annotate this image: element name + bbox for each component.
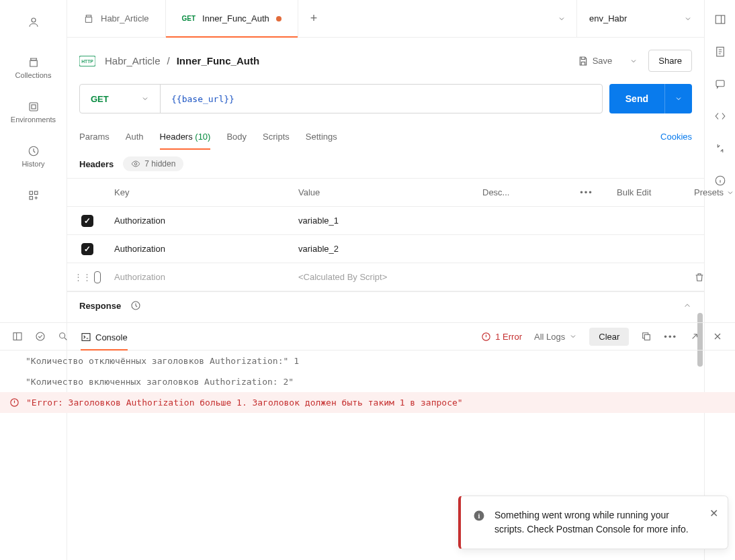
user-icon[interactable] [0, 12, 67, 32]
svg-rect-1 [30, 103, 38, 111]
save-dropdown[interactable] [624, 57, 643, 65]
search-icon[interactable] [58, 331, 69, 342]
send-button[interactable]: Send [609, 84, 665, 113]
svg-rect-18 [82, 334, 90, 341]
sidebar-item-more[interactable] [0, 185, 67, 205]
col-value: Value [292, 187, 476, 197]
header-value-cell[interactable]: <Calculated By Script> [292, 272, 476, 282]
error-toast: i Something went wrong while running you… [458, 496, 728, 549]
table-row: Authorization variable_2 [67, 235, 704, 263]
url-input[interactable]: {{base_url}} [161, 85, 602, 113]
col-key: Key [107, 187, 292, 197]
toast-text: Something went wrong while running your … [494, 508, 701, 536]
panel-icon[interactable] [714, 13, 726, 26]
header-enabled-checkbox[interactable] [81, 215, 93, 227]
tab-settings[interactable]: Settings [306, 123, 337, 150]
presets-label: Presets [694, 187, 724, 197]
code-icon[interactable] [714, 110, 726, 122]
presets-button[interactable]: Presets [687, 187, 735, 197]
error-count-label: 1 Error [495, 332, 522, 342]
col-more-button[interactable]: ••• [563, 187, 610, 197]
delete-row-button[interactable] [694, 272, 705, 283]
expand-icon[interactable] [689, 331, 700, 342]
method-dropdown[interactable]: GET [80, 85, 161, 113]
svg-rect-15 [13, 333, 21, 340]
tab-headers[interactable]: Headers (10) [160, 123, 211, 150]
header-enabled-checkbox[interactable] [81, 243, 93, 255]
log-filter-dropdown[interactable]: All Logs [534, 332, 577, 342]
url-box: GET {{base_url}} [79, 84, 603, 113]
send-button-group: Send [609, 84, 692, 113]
header-value-cell[interactable]: variable_1 [292, 216, 476, 226]
tab-label: Inner_Func_Auth [202, 13, 269, 24]
svg-rect-2 [32, 105, 36, 109]
tab-headers-label: Headers [160, 132, 193, 142]
table-draft-row: ⋮⋮ Authorization <Calculated By Script> [67, 263, 704, 291]
breadcrumb: Habr_Article / Inner_Func_Auth [105, 55, 562, 66]
svg-text:HTTP: HTTP [81, 59, 93, 64]
request-main: HTTP Habr_Article / Inner_Func_Auth Save… [67, 38, 704, 322]
tab-inner-func-auth[interactable]: GET Inner_Func_Auth [166, 0, 298, 38]
tab-params[interactable]: Params [79, 123, 110, 150]
cookies-link[interactable]: Cookies [660, 132, 692, 142]
header-key-cell[interactable]: Authorization [107, 216, 292, 226]
header-key-cell[interactable]: Authorization [107, 244, 292, 254]
close-console-button[interactable] [712, 331, 723, 342]
more-options-button[interactable]: ••• [664, 332, 677, 342]
error-badge[interactable]: 1 Error [481, 332, 522, 342]
breadcrumb-parent[interactable]: Habr_Article [105, 55, 161, 66]
console-icon [81, 332, 91, 342]
tab-body[interactable]: Body [226, 123, 247, 150]
header-value-cell[interactable]: variable_2 [292, 244, 476, 254]
save-button[interactable]: Save [571, 52, 619, 71]
unsaved-dot-icon [276, 16, 282, 21]
clear-button[interactable]: Clear [589, 328, 629, 346]
tabs-dropdown[interactable] [547, 15, 576, 23]
header-enabled-checkbox[interactable] [94, 271, 101, 283]
svg-rect-9 [716, 81, 724, 87]
sidebar-label-collections: Collections [15, 71, 52, 79]
svg-point-13 [135, 162, 138, 165]
tab-auth[interactable]: Auth [126, 123, 144, 150]
header-key-cell[interactable]: Authorization [107, 272, 292, 282]
info-icon[interactable] [714, 175, 726, 187]
tab-habr-article[interactable]: Habr_Article [67, 0, 166, 38]
comments-icon[interactable] [714, 78, 726, 90]
sidebar-label-environments: Environments [11, 115, 56, 124]
environment-selector[interactable]: env_Habr [576, 0, 704, 38]
sidebar-item-history[interactable]: History [0, 141, 67, 172]
headers-table: Key Value Desc... ••• Bulk Edit Presets … [67, 178, 704, 291]
share-button[interactable]: Share [648, 50, 692, 72]
response-history-icon[interactable] [130, 300, 141, 311]
new-tab-button[interactable]: + [298, 11, 330, 26]
panel-layout-icon[interactable] [12, 331, 23, 342]
all-logs-label: All Logs [534, 332, 565, 342]
svg-text:i: i [478, 512, 480, 520]
col-desc: Desc... [476, 187, 563, 197]
send-dropdown[interactable] [665, 84, 692, 113]
drag-handle-icon[interactable]: ⋮⋮ [74, 272, 91, 282]
svg-point-16 [36, 332, 44, 340]
breadcrumb-separator: / [167, 55, 170, 66]
tab-headers-count: (10) [195, 132, 210, 142]
docs-icon[interactable] [714, 46, 726, 58]
collapse-response-button[interactable] [683, 301, 692, 310]
copy-icon[interactable] [641, 331, 652, 342]
test-results-icon[interactable] [35, 331, 46, 342]
breadcrumb-current: Inner_Func_Auth [177, 55, 259, 66]
console-label: Console [95, 332, 128, 342]
sync-icon[interactable] [714, 142, 726, 154]
table-row: Authorization variable_1 [67, 207, 704, 235]
svg-rect-20 [645, 334, 650, 340]
svg-rect-7 [716, 15, 725, 24]
tab-scripts[interactable]: Scripts [263, 123, 290, 150]
bulk-edit-button[interactable]: Bulk Edit [610, 187, 687, 197]
console-log-line: "Количество отключённых заголовков Autho… [0, 351, 735, 371]
hidden-headers-toggle[interactable]: 7 hidden [123, 156, 183, 171]
method-label: GET [91, 94, 109, 104]
sidebar-item-collections[interactable]: Collections [0, 52, 67, 83]
console-bar: Console 1 Error All Logs Clear ••• [0, 322, 735, 351]
close-toast-button[interactable]: ✕ [709, 506, 718, 522]
console-tab[interactable]: Console [81, 322, 128, 351]
sidebar-item-environments[interactable]: Environments [0, 97, 67, 128]
